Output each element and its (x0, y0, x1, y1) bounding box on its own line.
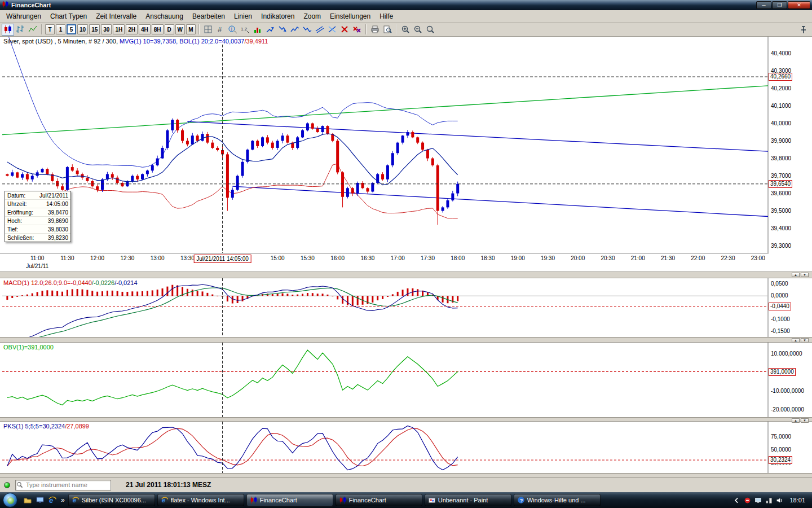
channel-lines-icon[interactable] (314, 24, 326, 36)
pks-panel[interactable] (0, 422, 769, 473)
interval-button-5[interactable]: 5 (67, 24, 76, 34)
trend-up-arrow-icon[interactable] (264, 24, 276, 36)
interval-button-m[interactable]: M (186, 24, 196, 34)
panel-scroll-down-button[interactable]: ▼ (801, 418, 809, 423)
menu-item-anschauung[interactable]: Anschauung (141, 11, 188, 21)
close-button[interactable]: ✕ (788, 1, 810, 9)
candlestick-chart-icon[interactable] (2, 24, 14, 36)
axis-tick-label: 50,0000 (771, 446, 791, 453)
time-tick-label: 13:00 (151, 255, 165, 261)
print-preview-icon[interactable] (381, 24, 394, 36)
print-icon[interactable] (369, 24, 381, 36)
maximize-button[interactable]: ❐ (772, 1, 787, 9)
cross-trend-icon[interactable] (326, 24, 338, 36)
task-button[interactable]: FinanceChart (336, 494, 422, 506)
delete-line-icon[interactable] (338, 24, 351, 36)
time-tick-label: 13:30 (180, 255, 195, 261)
header-segment: /27,0899 (65, 423, 89, 430)
line-chart-icon[interactable] (27, 24, 39, 36)
panel-scroll-up-button[interactable]: ▲ (792, 418, 800, 423)
network-icon[interactable] (765, 497, 773, 504)
macd-panel[interactable] (0, 278, 769, 337)
taskbar-clock[interactable]: 18:01 (789, 497, 805, 503)
axis-tick-label: 25,0000 (771, 459, 791, 466)
chart-icon (250, 496, 258, 504)
instrument-search-input[interactable] (24, 481, 111, 488)
status-red-icon[interactable] (744, 497, 751, 504)
time-tick-label: 22:30 (721, 255, 735, 261)
menu-item-währungen[interactable]: Währungen (2, 11, 46, 21)
volume-bars-icon[interactable] (251, 24, 264, 36)
interval-button-10[interactable]: 10 (77, 24, 88, 34)
main-price-chart[interactable] (0, 37, 769, 253)
quick-launch-overflow-chevron[interactable]: » (59, 496, 67, 504)
interval-button-t[interactable]: T (45, 24, 55, 34)
menu-item-chart-typen[interactable]: Chart Typen (46, 11, 91, 21)
task-buttons: eSilber (ISIN XC00096...eflatex - Window… (67, 494, 602, 506)
tooltip-label: Uhrzeit: (7, 201, 27, 207)
minimize-button[interactable]: ─ (756, 1, 771, 9)
task-button-label: Silber (ISIN XC00096... (82, 497, 146, 503)
time-tick-label: 20:30 (601, 255, 615, 261)
interval-button-d[interactable]: D (165, 24, 174, 34)
panel-scroll-up-button[interactable]: ▲ (792, 273, 800, 277)
hash-grid-icon[interactable]: # (214, 24, 227, 36)
interval-button-1[interactable]: 1 (56, 24, 65, 34)
trend-down-arrow-icon[interactable] (276, 24, 289, 36)
chevron-left-icon[interactable] (733, 497, 740, 504)
menu-item-zoom[interactable]: Zoom (299, 11, 325, 21)
task-button[interactable]: FinanceChart (246, 494, 333, 506)
menu-item-linien[interactable]: Linien (230, 11, 257, 21)
header-segment: /-0,0214 (114, 279, 137, 286)
volume-icon[interactable] (776, 497, 783, 504)
ie-icon[interactable]: e (46, 494, 59, 506)
panel-scroll-down-button[interactable]: ▼ (801, 273, 809, 277)
zigzag-down-icon[interactable] (301, 24, 314, 36)
interval-button-4h[interactable]: 4H (139, 24, 151, 34)
zoom-out-icon[interactable] (412, 24, 424, 36)
start-button[interactable] (3, 493, 17, 507)
task-button[interactable]: ?Windows-Hilfe und ... (514, 494, 601, 506)
zigzag-up-icon[interactable] (289, 24, 301, 36)
axis-tick-label: 0,0500 (771, 281, 788, 287)
menu-item-bearbeiten[interactable]: Bearbeiten (188, 11, 230, 21)
interval-button-2h[interactable]: 2H (126, 24, 138, 34)
panel-splitter[interactable]: ▲▼ (0, 417, 812, 422)
values-cursor-icon[interactable]: 1.2 (239, 24, 251, 36)
delete-all-lines-icon[interactable] (351, 24, 363, 36)
application-window: FinanceChart ─ ❐ ✕ WährungenChart TypenZ… (0, 0, 812, 508)
tooltip-value: 39,8690 (48, 218, 68, 224)
axis-value-marker: 40,2660 (769, 73, 792, 81)
pin-panel-icon[interactable] (797, 24, 810, 36)
interval-button-15[interactable]: 15 (89, 24, 100, 34)
start-orb-icon (7, 497, 14, 504)
menu-item-zeit-intervalle[interactable]: Zeit Intervalle (91, 11, 141, 21)
display-icon[interactable] (754, 497, 762, 504)
menu-item-einstellungen[interactable]: Einstellungen (325, 11, 375, 21)
panel-splitter[interactable]: ▲▼ (0, 337, 812, 343)
interval-button-w[interactable]: W (175, 24, 185, 34)
interval-button-1h[interactable]: 1H (113, 24, 125, 34)
menu-item-hilfe[interactable]: Hilfe (375, 11, 398, 21)
obv-panel[interactable] (0, 343, 769, 417)
panel-splitter[interactable]: ▲▼ (0, 271, 812, 278)
zoom-reset-icon[interactable] (424, 24, 436, 36)
zoom-in-icon[interactable] (399, 24, 412, 36)
tray-icons (733, 497, 783, 504)
info-cursor-icon[interactable]: i (227, 24, 239, 36)
task-button[interactable]: eflatex - Windows Int... (157, 494, 244, 506)
ohlc-bar-chart-icon[interactable] (14, 24, 27, 36)
interval-button-30[interactable]: 30 (101, 24, 112, 34)
task-button[interactable]: eSilber (ISIN XC00096... (68, 494, 155, 506)
crosshair-grid-icon[interactable] (202, 24, 214, 36)
show-desktop-icon[interactable] (34, 494, 46, 506)
time-tick-label: 19:30 (541, 255, 555, 261)
panel-scroll-up-button[interactable]: ▲ (792, 338, 800, 343)
task-button[interactable]: Unbenannt - Paint (425, 494, 511, 506)
menu-item-indikatoren[interactable]: Indikatoren (257, 11, 299, 21)
tooltip-value: 14:05:00 (46, 201, 68, 207)
interval-button-8h[interactable]: 8H (152, 24, 164, 34)
panel-scroll-down-button[interactable]: ▼ (801, 338, 809, 343)
instrument-search[interactable] (15, 480, 111, 491)
folder-icon[interactable] (21, 494, 34, 506)
